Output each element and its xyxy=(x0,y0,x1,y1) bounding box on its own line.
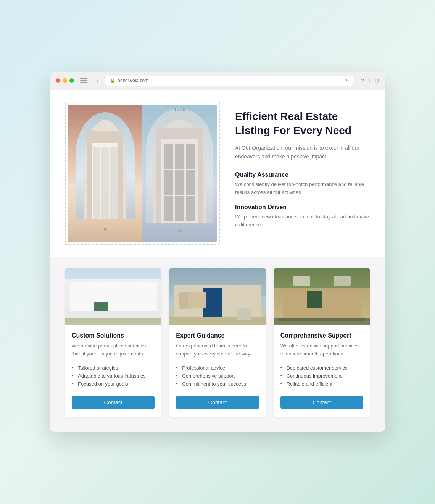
card-2-image xyxy=(169,268,266,325)
card-2-title: Expert Guidance xyxy=(176,332,259,339)
card-3-title: Comprehensive Support xyxy=(280,332,363,339)
list-item: Tailored strategies xyxy=(72,364,155,372)
card-expert-guidance: Expert Guidance Our experienced team is … xyxy=(169,268,266,417)
feature-innovation: Innovation Driven We pioneer new ideas a… xyxy=(235,204,370,229)
browser-toolbar: ‹ › 🔒 editor.yola.com ↻ ? + ⊡ xyxy=(50,72,385,90)
card-1-image xyxy=(65,268,161,325)
nav-arrows: ‹ › xyxy=(92,78,98,84)
hero-subtitle: At Our Organization, our mission is to e… xyxy=(235,144,370,161)
list-item: Focused on your goals xyxy=(72,380,155,388)
hero-image: 1725 xyxy=(68,105,217,242)
card-2-body: Expert Guidance Our experienced team is … xyxy=(169,325,266,417)
card-comprehensive-support: Comprehensive Support We offer extensive… xyxy=(274,268,370,417)
feature-innovation-title: Innovation Driven xyxy=(235,204,370,211)
list-item: Dedicated customer service xyxy=(280,364,363,372)
url-text: editor.yola.com xyxy=(118,78,148,83)
card-3-body: Comprehensive Support We offer extensive… xyxy=(274,325,370,417)
hero-image-dashed: 1725 xyxy=(65,102,220,245)
sidebar-toggle-icon[interactable] xyxy=(80,78,87,83)
feature-quality-title: Quality Assurance xyxy=(235,171,370,178)
feature-quality-desc: We consistently deliver top-notch perfor… xyxy=(235,181,370,197)
hero-image-container: 1725 xyxy=(65,102,220,245)
feature-quality: Quality Assurance We consistently delive… xyxy=(235,171,370,197)
forward-button[interactable]: › xyxy=(97,78,98,84)
list-item: Professional advice xyxy=(176,364,259,372)
list-item: Commitment to your success xyxy=(176,380,259,388)
card-2-list: Professional advice Comprehensive suppor… xyxy=(176,364,259,388)
card-3-contact-button[interactable]: Contact xyxy=(280,396,363,409)
door-right-image: 1725 xyxy=(142,105,217,242)
door-arch-right xyxy=(146,108,213,223)
hero-section: 1725 xyxy=(50,90,385,257)
traffic-lights xyxy=(56,78,74,83)
feature-innovation-desc: We pioneer new ideas and solutions to st… xyxy=(235,213,370,229)
card-3-image xyxy=(274,268,370,325)
refresh-icon[interactable]: ↻ xyxy=(345,78,349,84)
cards-grid: Custom Solutions We provide personalized… xyxy=(65,268,370,417)
card-1-desc: We provide personalized services that fi… xyxy=(72,342,155,358)
card-1-list: Tailored strategies Adaptable to various… xyxy=(72,364,155,388)
hero-text: Efficient Real Estate Listing For Every … xyxy=(235,110,370,237)
list-item: Reliable and efficient xyxy=(280,380,363,388)
share-icon[interactable]: ⊡ xyxy=(375,78,379,84)
list-item: Comprehensive support xyxy=(176,372,259,380)
card-3-list: Dedicated customer service Continuous im… xyxy=(280,364,363,388)
door-number: 1725 xyxy=(174,107,185,113)
list-item: Adaptable to various industries xyxy=(72,372,155,380)
card-1-contact-button[interactable]: Contact xyxy=(72,396,155,409)
card-3-desc: We offer extensive support services to e… xyxy=(280,342,363,358)
new-tab-icon[interactable]: + xyxy=(368,78,371,84)
help-icon[interactable]: ? xyxy=(361,78,364,84)
back-button[interactable]: ‹ xyxy=(92,78,94,84)
toolbar-actions: ? + ⊡ xyxy=(361,78,379,84)
card-2-desc: Our experienced team is here to support … xyxy=(176,342,259,358)
close-button[interactable] xyxy=(56,78,60,83)
address-bar[interactable]: 🔒 editor.yola.com ↻ xyxy=(105,76,354,86)
card-custom-solutions: Custom Solutions We provide personalized… xyxy=(65,268,161,417)
browser-content: 1725 xyxy=(50,90,385,433)
cards-section: Custom Solutions We provide personalized… xyxy=(50,257,385,433)
door-arch-left xyxy=(76,112,135,219)
card-2-contact-button[interactable]: Contact xyxy=(176,396,259,409)
browser-window: ‹ › 🔒 editor.yola.com ↻ ? + ⊡ xyxy=(50,72,385,433)
lock-icon: 🔒 xyxy=(110,78,115,83)
card-1-body: Custom Solutions We provide personalized… xyxy=(65,325,161,417)
minimize-button[interactable] xyxy=(63,78,67,83)
card-1-title: Custom Solutions xyxy=(72,332,155,339)
list-item: Continuous improvement xyxy=(280,372,363,380)
maximize-button[interactable] xyxy=(69,78,74,83)
door-left-image xyxy=(68,105,142,242)
hero-title: Efficient Real Estate Listing For Every … xyxy=(235,110,370,137)
